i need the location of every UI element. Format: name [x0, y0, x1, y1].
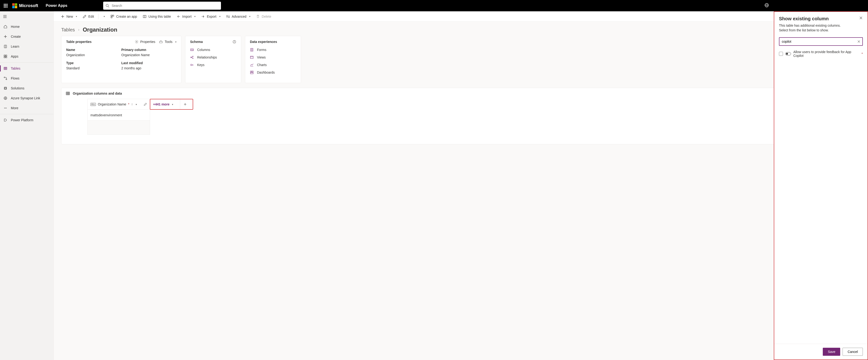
home-icon — [3, 25, 7, 29]
chevron-down-icon: ▾ — [194, 15, 195, 18]
chevron-right-icon: › — [78, 28, 80, 32]
nav-item-home[interactable]: Home — [0, 22, 54, 32]
nav-item-create[interactable]: Create — [0, 32, 54, 41]
close-button[interactable] — [859, 16, 863, 20]
more-columns-button[interactable]: +441 more ▾ — [150, 99, 193, 110]
clear-search-button[interactable] — [857, 40, 861, 43]
import-icon — [177, 15, 180, 19]
table-icon — [3, 66, 7, 70]
card-title: Schema — [190, 40, 203, 44]
prop-type-value: Standard — [66, 66, 121, 70]
svg-point-20 — [4, 77, 5, 78]
pencil-icon[interactable] — [144, 103, 147, 106]
svg-point-0 — [106, 4, 108, 7]
nav-item-synapse[interactable]: Azure Synapse Link — [0, 93, 54, 103]
global-search-input[interactable] — [103, 2, 221, 10]
prop-modified-value: 2 months ago — [121, 66, 177, 70]
edit-dropdown[interactable]: ▾ — [100, 13, 107, 20]
import-button[interactable]: Import ▾ — [174, 13, 198, 20]
relationships-icon — [190, 55, 194, 59]
svg-rect-16 — [4, 67, 7, 70]
cmd-label: Export — [207, 15, 216, 19]
properties-link[interactable]: Properties — [135, 40, 155, 44]
chevron-down-icon: ▾ — [175, 40, 177, 43]
nav-item-tables[interactable]: Tables — [0, 63, 54, 73]
table-row[interactable]: mattsdevenvironment — [87, 110, 150, 120]
svg-rect-23 — [5, 87, 6, 89]
tools-link[interactable]: Tools ▾ — [159, 40, 177, 44]
nav-label: Flows — [11, 77, 20, 80]
schema-keys-link[interactable]: Keys — [190, 63, 236, 67]
svg-rect-15 — [6, 57, 7, 58]
chevron-down-icon: ▾ — [219, 15, 220, 18]
column-checkbox[interactable] — [779, 52, 783, 56]
prop-name-label: Name — [66, 48, 121, 52]
cmd-label: Edit — [88, 15, 94, 19]
schema-columns-link[interactable]: Abc Columns — [190, 48, 236, 52]
card-title: Data experiences — [250, 40, 277, 44]
svg-rect-61 — [250, 71, 252, 72]
columns-icon: Abc — [190, 48, 194, 52]
new-button[interactable]: New ▾ — [58, 13, 80, 20]
columns-data-section: Organization columns and data Abc Organi… — [61, 88, 861, 144]
table-properties-card: Table properties Properties Tools ▾ — [61, 36, 181, 83]
table-icon — [143, 15, 147, 19]
hamburger-icon[interactable] — [3, 15, 7, 19]
nav-item-flows[interactable]: Flows — [0, 73, 54, 83]
info-icon[interactable] — [232, 40, 236, 44]
nav-item-apps[interactable]: Apps — [0, 51, 54, 61]
nav-item-more[interactable]: More — [0, 103, 54, 113]
flyout-title: Show existing column — [779, 16, 829, 22]
advanced-button[interactable]: Advanced ▾ — [224, 13, 253, 20]
chevron-down-icon: ▾ — [76, 15, 77, 18]
charts-link[interactable]: Charts — [250, 63, 296, 67]
nav-item-solutions[interactable]: Solutions — [0, 83, 54, 93]
required-star: * — [128, 102, 129, 106]
search-icon — [105, 4, 109, 7]
prop-name-value: Organization — [66, 53, 121, 57]
save-button[interactable]: Save — [823, 348, 840, 356]
views-link[interactable]: Views — [250, 55, 296, 59]
add-column-button[interactable] — [180, 99, 190, 109]
create-app-button[interactable]: Create an app — [108, 13, 140, 20]
column-option[interactable]: Allow users to provide feedback for App … — [779, 49, 863, 58]
app-launcher-button[interactable] — [2, 2, 9, 9]
schema-relationships-link[interactable]: Relationships — [190, 55, 236, 59]
nav-label: Power Platform — [11, 118, 33, 122]
apps-icon — [3, 55, 7, 58]
globe-icon[interactable] — [764, 3, 769, 7]
dashboards-icon — [250, 71, 254, 74]
svg-point-47 — [193, 56, 193, 57]
prop-primary-label: Primary column — [121, 48, 177, 52]
grid-icon — [66, 91, 70, 95]
prop-modified-label: Last modified — [121, 61, 177, 65]
platform-icon — [3, 118, 7, 122]
column-header-name[interactable]: Abc Organization Name* ↑ ▾ — [87, 99, 150, 110]
svg-rect-12 — [4, 55, 5, 56]
dashboards-link[interactable]: Dashboards — [250, 71, 296, 74]
chevron-down-icon: ▾ — [104, 15, 105, 18]
plus-icon — [61, 15, 65, 19]
edit-button[interactable]: Edit — [80, 13, 96, 20]
brand-text: Microsoft — [19, 3, 38, 8]
using-table-button[interactable]: Using this table — [141, 13, 174, 20]
main-content: New ▾ Edit ▾ Create an app Using this ta… — [54, 11, 868, 360]
toolbox-icon — [159, 40, 163, 44]
flow-icon — [3, 77, 7, 80]
trash-icon — [256, 15, 260, 19]
empty-row — [87, 120, 150, 135]
column-search-input[interactable] — [779, 37, 863, 46]
breadcrumb-root[interactable]: Tables — [61, 27, 75, 32]
plus-icon — [3, 35, 7, 38]
delete-button[interactable]: Delete — [254, 13, 274, 20]
svg-point-26 — [5, 108, 6, 109]
flyout-desc-1: This table has additional existing colum… — [779, 23, 863, 28]
forms-link[interactable]: Forms — [250, 48, 296, 52]
views-icon — [250, 55, 254, 59]
cmd-label: Delete — [262, 15, 271, 19]
toggle-icon — [785, 52, 791, 55]
cancel-button[interactable]: Cancel — [843, 348, 863, 356]
export-button[interactable]: Export ▾ — [199, 13, 223, 20]
nav-item-learn[interactable]: Learn — [0, 41, 54, 51]
nav-item-power-platform[interactable]: Power Platform — [0, 115, 54, 125]
